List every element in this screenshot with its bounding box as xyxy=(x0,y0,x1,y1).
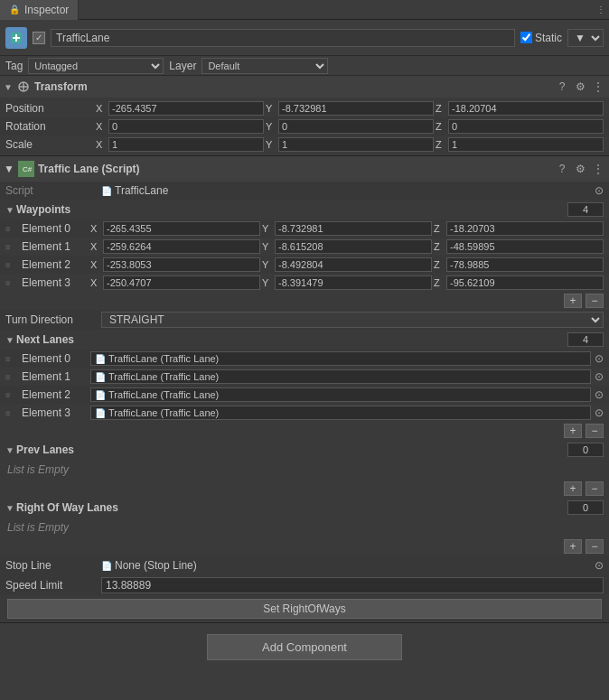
waypoints-count[interactable] xyxy=(567,202,604,217)
rotation-z[interactable] xyxy=(448,119,604,134)
next-lanes-add-remove: + − xyxy=(0,422,609,440)
row-lanes-add-remove: + − xyxy=(0,537,609,555)
position-label: Position xyxy=(5,102,96,115)
wp1-y[interactable] xyxy=(275,239,432,254)
script-row: Script 📄 TrafficLane ⊙ xyxy=(0,182,609,200)
wp3-z[interactable] xyxy=(446,275,604,290)
next-lanes-list: ≡ Element 0 📄 TrafficLane (Traffic Lane)… xyxy=(0,350,609,422)
prev-lanes-add-btn[interactable]: + xyxy=(564,481,582,496)
tl-settings-icon[interactable]: ⚙ xyxy=(573,162,587,176)
row-lanes-remove-btn[interactable]: − xyxy=(586,539,604,554)
wp2-y[interactable] xyxy=(275,257,432,272)
next-lanes-remove-btn[interactable]: − xyxy=(586,424,604,438)
transform-menu-icon[interactable]: ⋮ xyxy=(591,79,605,94)
wp2-z[interactable] xyxy=(446,257,604,272)
waypoints-remove-btn[interactable]: − xyxy=(586,294,604,308)
prev-lanes-count[interactable] xyxy=(567,443,604,457)
row-lanes-header: ▼ Right Of Way Lanes xyxy=(0,498,609,518)
tag-layer-row: Tag Untagged Layer Default xyxy=(0,56,609,76)
scale-x[interactable] xyxy=(108,137,264,152)
scale-label: Scale xyxy=(5,138,96,151)
transform-header[interactable]: ▼ Transform ? ⚙ ⋮ xyxy=(0,76,609,98)
waypoint-element-1: ≡ Element 1 X Y Z xyxy=(0,238,609,256)
wp3-x[interactable] xyxy=(103,275,260,290)
row-lanes-count[interactable] xyxy=(567,500,604,515)
wp1-z[interactable] xyxy=(446,239,604,254)
waypoints-label: Waypoints xyxy=(16,203,567,216)
next-lane-2-end-icon[interactable]: ⊙ xyxy=(595,388,604,401)
set-rightofways-row: Set RightOfWays xyxy=(0,595,609,622)
prev-lanes-remove-btn[interactable]: − xyxy=(586,481,604,496)
rotation-row: Rotation X Y Z xyxy=(0,117,609,135)
prev-lanes-header: ▼ Prev Lanes xyxy=(0,440,609,460)
script-component-icon: C# xyxy=(18,161,34,177)
waypoint-element-3: ≡ Element 3 X Y Z xyxy=(0,274,609,292)
stop-speed-section: Stop Line 📄 None (Stop Line) ⊙ Speed Lim… xyxy=(0,555,609,595)
gameobject-header: ✓ Static ▼ xyxy=(0,20,609,56)
position-x[interactable] xyxy=(108,101,264,116)
script-value: 📄 TrafficLane xyxy=(101,184,168,197)
prev-lanes-add-remove: + − xyxy=(0,480,609,498)
next-lane-0-value[interactable]: 📄 TrafficLane (Traffic Lane) xyxy=(90,351,591,366)
inspector-tab[interactable]: 🔒 Inspector xyxy=(0,0,79,20)
turn-direction-select[interactable]: STRAIGHT LEFT RIGHT xyxy=(101,312,604,328)
next-lanes-add-btn[interactable]: + xyxy=(564,424,582,438)
tl-menu-icon[interactable]: ⋮ xyxy=(591,162,605,176)
layer-select[interactable]: Default xyxy=(201,58,328,74)
transform-arrow: ▼ xyxy=(4,82,13,92)
scale-z[interactable] xyxy=(448,137,604,152)
wp0-x[interactable] xyxy=(103,221,260,236)
row-lanes-empty: List is Empty xyxy=(0,518,609,537)
next-lane-0-end-icon[interactable]: ⊙ xyxy=(595,352,604,365)
row-lanes-add-btn[interactable]: + xyxy=(564,539,582,554)
next-lanes-count[interactable] xyxy=(567,332,604,347)
transform-help-icon[interactable]: ? xyxy=(555,79,569,94)
traffic-lane-actions: ? ⚙ ⋮ xyxy=(555,162,605,176)
next-lane-1-end-icon[interactable]: ⊙ xyxy=(595,370,604,383)
enabled-checkbox[interactable]: ✓ xyxy=(33,32,45,44)
wp0-y[interactable] xyxy=(275,221,432,236)
lock-icon[interactable]: 🔒 xyxy=(9,5,20,14)
wp3-y[interactable] xyxy=(275,275,432,290)
transform-actions: ? ⚙ ⋮ xyxy=(555,79,605,94)
next-lane-3-end-icon[interactable]: ⊙ xyxy=(595,406,604,419)
svg-rect-2 xyxy=(15,34,17,42)
traffic-lane-title: Traffic Lane (Script) xyxy=(38,163,551,175)
tab-menu-icon[interactable]: ⋮ xyxy=(596,5,605,14)
script-field-label: Script xyxy=(5,184,96,197)
next-lane-1-value[interactable]: 📄 TrafficLane (Traffic Lane) xyxy=(90,369,591,384)
next-lane-0: ≡ Element 0 📄 TrafficLane (Traffic Lane)… xyxy=(0,350,609,368)
position-y[interactable] xyxy=(278,101,434,116)
wp1-x[interactable] xyxy=(103,239,260,254)
static-checkbox[interactable] xyxy=(520,32,532,43)
tag-select[interactable]: Untagged xyxy=(28,58,164,74)
next-lane-3-value[interactable]: 📄 TrafficLane (Traffic Lane) xyxy=(90,406,591,420)
stop-line-end-icon[interactable]: ⊙ xyxy=(595,559,604,572)
tl-help-icon[interactable]: ? xyxy=(555,162,569,176)
tag-label: Tag xyxy=(5,60,23,72)
add-component-btn[interactable]: Add Component xyxy=(207,634,402,660)
wp0-z[interactable] xyxy=(446,221,604,236)
speed-limit-input[interactable] xyxy=(101,577,604,593)
scale-y[interactable] xyxy=(278,137,434,152)
traffic-lane-header[interactable]: ▼ C# Traffic Lane (Script) ? ⚙ ⋮ xyxy=(0,156,609,182)
next-lanes-header: ▼ Next Lanes xyxy=(0,330,609,350)
prev-lanes-label: Prev Lanes xyxy=(16,443,567,456)
rotation-y[interactable] xyxy=(278,119,434,134)
wp2-x[interactable] xyxy=(103,257,260,272)
script-end-icon[interactable]: ⊙ xyxy=(595,184,604,197)
rotation-xyz: X Y Z xyxy=(96,119,604,134)
rotation-x[interactable] xyxy=(108,119,264,134)
next-lane-2-value[interactable]: 📄 TrafficLane (Traffic Lane) xyxy=(90,387,591,402)
waypoints-header: ▼ Waypoints xyxy=(0,200,609,219)
transform-settings-icon[interactable]: ⚙ xyxy=(573,79,587,94)
waypoints-add-remove: + − xyxy=(0,292,609,310)
gameobject-name-input[interactable] xyxy=(51,29,515,47)
waypoints-add-btn[interactable]: + xyxy=(564,294,582,308)
position-z[interactable] xyxy=(448,101,604,116)
set-rightofways-btn[interactable]: Set RightOfWays xyxy=(7,599,602,619)
script-file-icon: 📄 xyxy=(101,186,112,196)
next-lanes-label: Next Lanes xyxy=(16,333,567,346)
static-dropdown[interactable]: ▼ xyxy=(567,29,604,47)
stop-line-value: 📄 None (Stop Line) xyxy=(101,559,589,572)
